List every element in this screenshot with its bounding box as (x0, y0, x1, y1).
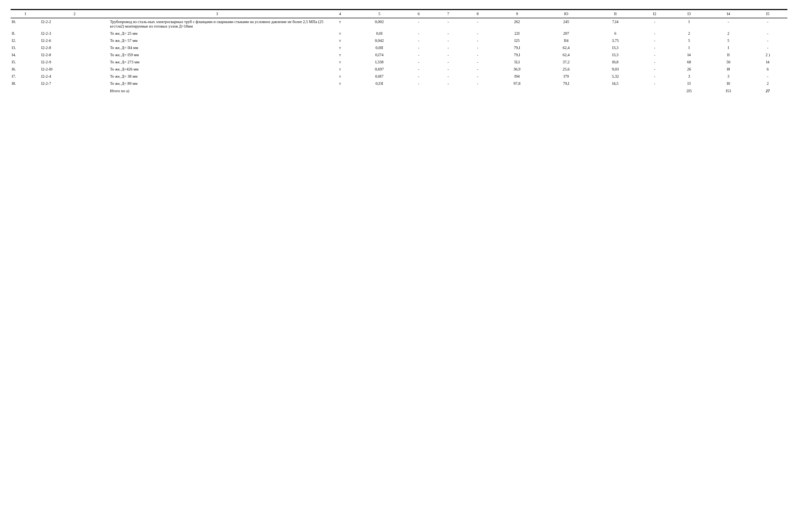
total-cell-13: I53 (709, 87, 748, 95)
cell-0-12: I (669, 18, 709, 30)
cell-5-12: 68 (669, 59, 709, 66)
cell-1-13: 2 (709, 30, 748, 37)
cell-1-9: 207 (541, 30, 591, 37)
cell-5-8: 5I,I (493, 59, 542, 66)
cell-7-7: - (463, 73, 493, 80)
cell-1-4: 0,0I (355, 30, 404, 37)
cell-3-9: 62,4 (541, 44, 591, 51)
cell-6-2: То же, Д=426 мм (109, 66, 325, 73)
col-header-7: 7 (433, 10, 463, 18)
cell-0-14: - (748, 18, 788, 30)
table-row: I3.I2-2-8То же, Д= II4 ммт0,0II---79,I62… (11, 44, 787, 51)
cell-4-1: I2-2-8 (40, 51, 109, 59)
total-cell-7 (463, 87, 493, 95)
cell-2-11: - (640, 37, 669, 44)
cell-7-12: 3 (669, 73, 709, 80)
cell-6-10: 9,03 (591, 66, 640, 73)
cell-8-0: I8. (11, 80, 40, 87)
total-cell-1 (40, 87, 109, 95)
total-cell-4 (355, 87, 404, 95)
col-header-5: 5 (355, 10, 404, 18)
cell-4-8: 79,I (493, 51, 542, 59)
cell-3-4: 0,0II (355, 44, 404, 51)
cell-0-7: - (463, 18, 493, 30)
cell-5-6: - (433, 59, 463, 66)
cell-5-2: То же, Д= 273 мм (109, 59, 325, 66)
cell-5-9: 37,2 (541, 59, 591, 66)
cell-8-6: - (433, 80, 463, 87)
cell-2-6: - (433, 37, 463, 44)
cell-5-1: I2-2-9 (40, 59, 109, 66)
cell-0-4: 0,002 (355, 18, 404, 30)
col-header-12: I2 (640, 10, 669, 18)
cell-2-9: II4 (541, 37, 591, 44)
cell-3-0: I3. (11, 44, 40, 51)
cell-8-2: То же, Д= 89 мм (109, 80, 325, 87)
total-cell-8 (493, 87, 542, 95)
cell-7-0: I7. (11, 73, 40, 80)
cell-3-3: т (325, 44, 355, 51)
cell-7-14: - (748, 73, 788, 80)
cell-3-12: I (669, 44, 709, 51)
cell-1-0: II. (11, 30, 40, 37)
col-header-9: 9 (493, 10, 542, 18)
cell-1-2: То же, Д= 25 мм (109, 30, 325, 37)
cell-4-7: - (463, 51, 493, 59)
cell-5-7: - (463, 59, 493, 66)
cell-1-14: - (748, 30, 788, 37)
col-header-3: 3 (109, 10, 325, 18)
table-row: I2.I2-2-6То же, Д= 57 ммт0,042---I25II43… (11, 37, 787, 44)
cell-1-8: 22I (493, 30, 542, 37)
cell-8-4: 0,I3I (355, 80, 404, 87)
cell-7-4: 0,0I7 (355, 73, 404, 80)
cell-1-11: - (640, 30, 669, 37)
cell-0-2: Трубопровод из сталь-ных электросварных … (109, 18, 325, 30)
cell-4-0: I4. (11, 51, 40, 59)
cell-5-10: I0,8 (591, 59, 640, 66)
cell-3-7: - (463, 44, 493, 51)
total-cell-5 (404, 87, 433, 95)
cell-3-10: I3,3 (591, 44, 640, 51)
cell-7-8: I94 (493, 73, 542, 80)
cell-3-14: - (748, 44, 788, 51)
col-header-10: IO (541, 10, 591, 18)
col-header-6: 6 (404, 10, 433, 18)
cell-0-13: - (709, 18, 748, 30)
cell-1-6: - (433, 30, 463, 37)
cell-2-7: - (463, 37, 493, 44)
cell-0-1: I2-2-2 (40, 18, 109, 30)
table-row: I6.I2-2-I0То же, Д=426 ммт0,697---36,925… (11, 66, 787, 73)
cell-6-1: I2-2-I0 (40, 66, 109, 73)
col-header-13: I3 (669, 10, 709, 18)
cell-0-8: 262 (493, 18, 542, 30)
cell-4-3: т (325, 51, 355, 59)
total-cell-11 (640, 87, 669, 95)
cell-4-5: - (404, 51, 433, 59)
total-cell-9 (541, 87, 591, 95)
table-row: I7.I2-2-4То же, Д= 38 ммт0,0I7---I94I795… (11, 73, 787, 80)
cell-3-11: - (640, 44, 669, 51)
cell-1-3: т (325, 30, 355, 37)
col-header-15: I5 (748, 10, 788, 18)
cell-3-2: То же, Д= II4 мм (109, 44, 325, 51)
cell-4-4: 0,I74 (355, 51, 404, 59)
cell-0-9: 245 (541, 18, 591, 30)
cell-6-4: 0,697 (355, 66, 404, 73)
col-header-8: 8 (463, 10, 493, 18)
cell-1-7: - (463, 30, 493, 37)
cell-8-12: I3 (669, 80, 709, 87)
total-row: Итого по а)2I5I5327 (11, 87, 787, 95)
cell-1-10: 6 (591, 30, 640, 37)
cell-4-6: - (433, 51, 463, 59)
cell-7-6: - (433, 73, 463, 80)
cell-6-11: - (640, 66, 669, 73)
total-cell-12: 2I5 (669, 87, 709, 95)
cell-3-5: - (404, 44, 433, 51)
cell-8-8: 97,8 (493, 80, 542, 87)
cell-6-9: 25,6 (541, 66, 591, 73)
cell-6-7: - (463, 66, 493, 73)
cell-6-13: I8 (709, 66, 748, 73)
cell-7-11: - (640, 73, 669, 80)
table-row: I4.I2-2-8То же, Д= I59 ммт0,I74---79,I62… (11, 51, 787, 59)
cell-6-14: 6 (748, 66, 788, 73)
